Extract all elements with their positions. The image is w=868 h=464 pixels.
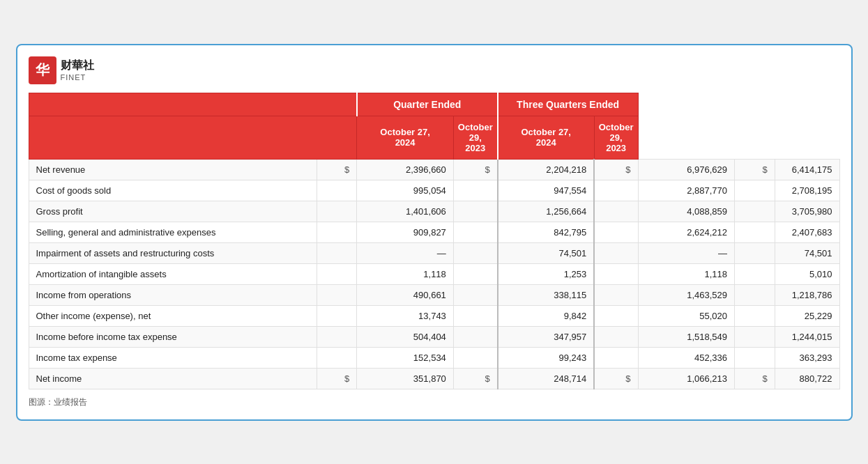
sub-label-col: [29, 116, 357, 159]
currency-col1: $: [317, 159, 357, 180]
currency-col2: [453, 222, 497, 242]
table-row: Impairment of assets and restructuring c…: [29, 242, 839, 263]
value-tq1: 1,518,549: [638, 326, 735, 347]
value-q1: 504,404: [357, 326, 454, 347]
sub-oct27-2024-tq: October 27,2024: [498, 116, 595, 159]
value-q2: 9,842: [498, 305, 595, 326]
quarter-ended-header: Quarter Ended: [357, 93, 498, 116]
currency-col4: [735, 305, 775, 326]
value-q1: 152,534: [357, 347, 454, 368]
value-q2: 2,204,218: [498, 159, 595, 180]
sub-header-row: October 27,2024 October 29,2023 October …: [29, 116, 839, 159]
sub-oct29-2023-q: October 29,2023: [453, 116, 497, 159]
currency-col4: [735, 242, 775, 263]
row-label: Net income: [29, 368, 317, 389]
value-tq2: 363,293: [775, 347, 839, 368]
table-row: Selling, general and administrative expe…: [29, 222, 839, 242]
currency-col3: [594, 242, 638, 263]
value-tq2: 1,218,786: [775, 284, 839, 305]
row-label: Gross profit: [29, 201, 317, 222]
currency-col3: $: [594, 159, 638, 180]
value-tq1: 1,066,213: [638, 368, 735, 389]
footer-source: 图源：业绩报告: [29, 396, 840, 408]
currency-col2: [453, 180, 497, 201]
row-label: Selling, general and administrative expe…: [29, 222, 317, 242]
logo-text: 财華社 FINET: [61, 59, 94, 82]
value-tq1: 6,976,629: [638, 159, 735, 180]
currency-col4: [735, 347, 775, 368]
currency-col2: [453, 326, 497, 347]
currency-col2: $: [453, 159, 497, 180]
value-tq2: 880,722: [775, 368, 839, 389]
table-row: Net income$351,870$248,714$1,066,213$880…: [29, 368, 839, 389]
table-row: Income tax expense152,53499,243452,33636…: [29, 347, 839, 368]
currency-col1: [317, 284, 357, 305]
report-card: 华 财華社 FINET Quarter Ended Three Quarters…: [16, 44, 853, 421]
currency-col4: [735, 326, 775, 347]
label-header: [29, 93, 357, 116]
currency-col3: [594, 201, 638, 222]
currency-col1: [317, 222, 357, 242]
currency-col3: [594, 284, 638, 305]
currency-col3: [594, 347, 638, 368]
value-q1: 1,401,606: [357, 201, 454, 222]
value-tq2: 25,229: [775, 305, 839, 326]
logo-icon: 华: [29, 56, 56, 84]
currency-col2: [453, 263, 497, 284]
value-tq1: 2,887,770: [638, 180, 735, 201]
currency-col1: $: [317, 368, 357, 389]
value-tq1: 1,118: [638, 263, 735, 284]
value-tq2: 1,244,015: [775, 326, 839, 347]
row-label: Amortization of intangible assets: [29, 263, 317, 284]
value-q2: 74,501: [498, 242, 595, 263]
three-quarters-ended-header: Three Quarters Ended: [498, 93, 638, 116]
value-q1: —: [357, 242, 454, 263]
value-tq2: 5,010: [775, 263, 839, 284]
currency-col3: [594, 222, 638, 242]
table-row: Income from operations490,661338,1151,46…: [29, 284, 839, 305]
currency-col2: [453, 201, 497, 222]
value-q2: 1,253: [498, 263, 595, 284]
currency-col3: [594, 326, 638, 347]
value-q2: 99,243: [498, 347, 595, 368]
table-container: Quarter Ended Three Quarters Ended Octob…: [29, 93, 840, 389]
table-row: Net revenue$2,396,660$2,204,218$6,976,62…: [29, 159, 839, 180]
currency-col3: $: [594, 368, 638, 389]
financial-table: Quarter Ended Three Quarters Ended Octob…: [29, 93, 840, 389]
currency-col2: [453, 347, 497, 368]
sub-oct29-2023-tq: October 29,2023: [594, 116, 638, 159]
row-label: Income before income tax expense: [29, 326, 317, 347]
currency-col2: [453, 284, 497, 305]
header-group-row: Quarter Ended Three Quarters Ended: [29, 93, 839, 116]
value-tq2: 6,414,175: [775, 159, 839, 180]
currency-col4: [735, 284, 775, 305]
value-q2: 842,795: [498, 222, 595, 242]
value-q2: 1,256,664: [498, 201, 595, 222]
value-q1: 351,870: [357, 368, 454, 389]
table-row: Cost of goods sold995,054947,5542,887,77…: [29, 180, 839, 201]
currency-col1: [317, 326, 357, 347]
logo: 华 财華社 FINET: [29, 56, 94, 84]
currency-col4: [735, 201, 775, 222]
row-label: Other income (expense), net: [29, 305, 317, 326]
value-tq1: 4,088,859: [638, 201, 735, 222]
currency-col4: [735, 180, 775, 201]
currency-col2: [453, 305, 497, 326]
value-tq1: 2,624,212: [638, 222, 735, 242]
value-q1: 909,827: [357, 222, 454, 242]
currency-col4: $: [735, 368, 775, 389]
currency-col4: $: [735, 159, 775, 180]
currency-col1: [317, 180, 357, 201]
table-row: Gross profit1,401,6061,256,6644,088,8593…: [29, 201, 839, 222]
value-tq1: 452,336: [638, 347, 735, 368]
value-q1: 995,054: [357, 180, 454, 201]
value-q1: 2,396,660: [357, 159, 454, 180]
table-row: Other income (expense), net13,7439,84255…: [29, 305, 839, 326]
row-label: Income from operations: [29, 284, 317, 305]
currency-col3: [594, 305, 638, 326]
row-label: Income tax expense: [29, 347, 317, 368]
value-tq2: 74,501: [775, 242, 839, 263]
value-tq1: 55,020: [638, 305, 735, 326]
value-tq2: 2,708,195: [775, 180, 839, 201]
sub-oct27-2024-q: October 27,2024: [357, 116, 454, 159]
